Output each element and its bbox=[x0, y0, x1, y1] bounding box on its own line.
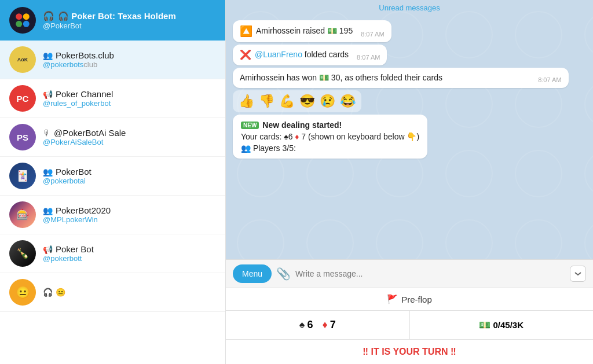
new-deal-bubble: NEW New dealing started! Your cards: ♠6 … bbox=[233, 115, 427, 159]
channel-icon: 📢 bbox=[43, 90, 53, 99]
item-info-poker-bot-2: 📢 Poker Bot @pokerbott bbox=[43, 244, 216, 263]
sidebar-item-poker-bot-2[interactable]: 🍾 📢 Poker Bot @pokerbott bbox=[0, 234, 225, 273]
user-link: @LuanFreno bbox=[255, 50, 302, 59]
item-handle-pokerbots-club: @pokerbotsclub bbox=[43, 60, 216, 69]
item-info-pokerbotai-sale: 🎙 @PokerBotAi Sale @PokerAiSaleBot bbox=[43, 128, 216, 146]
group-icon-3: 👥 bbox=[43, 206, 53, 215]
new-deal-line2: 👥 Players 3/5: bbox=[241, 144, 419, 153]
message-input[interactable] bbox=[295, 269, 565, 278]
chip-value: 0/45/3K bbox=[493, 320, 524, 330]
header-info: 🎧 🎧 Poker Bot: Texas Holdem @PokerBot bbox=[43, 10, 216, 30]
sidebar-item-last[interactable]: 😐 🎧 😐 bbox=[0, 273, 225, 312]
card-6: 6 bbox=[307, 319, 313, 331]
item-name-poker-bot-2: 📢 Poker Bot bbox=[43, 244, 216, 254]
avatar-pokerbot2020: 🎰 bbox=[9, 201, 36, 228]
keyboard-area: 🚩 Pre-flop ♠ 6 ♦ 7 💵 0/45/3K ‼ IT IS YOU… bbox=[226, 288, 593, 364]
expand-button[interactable] bbox=[570, 266, 586, 282]
fold-icon: ❌ bbox=[240, 49, 251, 60]
cards-cell-right[interactable]: 💵 0/45/3K bbox=[410, 311, 594, 339]
sidebar-item-pokerbotai-sale[interactable]: PS 🎙 @PokerBotAi Sale @PokerAiSaleBot bbox=[0, 118, 225, 157]
sidebar-item-poker-channel[interactable]: PC 📢 Poker Channel @rules_of_pokerbot bbox=[0, 79, 225, 118]
msg-text-2: @LuanFreno folded cards bbox=[255, 49, 349, 61]
svg-point-1 bbox=[16, 13, 22, 20]
preflop-row: 🚩 Pre-flop bbox=[226, 288, 593, 311]
spade-icon: ♠ bbox=[299, 319, 305, 331]
menu-button[interactable]: Menu bbox=[233, 264, 272, 283]
group-icon-2: 👥 bbox=[43, 167, 53, 177]
item-handle-poker-channel: @rules_of_pokerbot bbox=[43, 99, 216, 108]
item-info-pokerbot2020: 👥 PokerBot2020 @MPLpokerWin bbox=[43, 205, 216, 224]
chip-icon: 💵 bbox=[479, 319, 490, 330]
header-handle: @PokerBot bbox=[43, 21, 216, 30]
emoji-thumbsdown[interactable]: 👎 bbox=[259, 94, 274, 109]
item-name-pokerbot2020: 👥 PokerBot2020 bbox=[43, 205, 216, 215]
chat-content: Unread messages 🔼 Amirhossein raised 💵 1… bbox=[226, 0, 593, 364]
sidebar-list: AoK 👥 PokerBots.club @pokerbotsclub PC 📢… bbox=[0, 41, 225, 364]
emoji-cry[interactable]: 😢 bbox=[320, 94, 335, 109]
message-3: Amirhossein has won 💵 30, as others fold… bbox=[233, 68, 569, 89]
item-info-last: 🎧 😐 bbox=[43, 288, 216, 297]
svg-point-0 bbox=[12, 10, 33, 31]
card-7: 7 bbox=[330, 319, 336, 331]
preflop-label: Pre-flop bbox=[401, 295, 432, 304]
item-handle-poker-bot-2: @pokerbott bbox=[43, 254, 216, 263]
emoji-cool[interactable]: 😎 bbox=[299, 94, 315, 109]
channel-icon-2: 📢 bbox=[43, 245, 53, 254]
cards-cell-left[interactable]: ♠ 6 ♦ 7 bbox=[226, 311, 410, 339]
header-icon: 🎧 bbox=[43, 10, 54, 21]
msg-text-3: Amirhossein has won 💵 30, as others fold… bbox=[240, 72, 530, 84]
sidebar-item-pokerbots-club[interactable]: AoK 👥 PokerBots.club @pokerbotsclub bbox=[0, 41, 225, 79]
emoji-muscle[interactable]: 💪 bbox=[279, 94, 295, 109]
avatar-poker-channel: PC bbox=[9, 85, 36, 112]
diamond-icon: ♦ bbox=[322, 319, 327, 331]
svg-point-4 bbox=[23, 21, 30, 27]
headphone-icon: 🎧 bbox=[43, 288, 53, 297]
emoji-reactions: 👍 👎 💪 😎 😢 😂 bbox=[233, 90, 361, 112]
your-turn-row: ‼ IT IS YOUR TURN ‼ bbox=[226, 340, 593, 364]
your-turn-label: ‼ IT IS YOUR TURN ‼ bbox=[363, 347, 456, 356]
item-info-pokerbots-club: 👥 PokerBots.club @pokerbotsclub bbox=[43, 50, 216, 69]
sidebar-item-pokerbot[interactable]: 🃏 👥 PokerBot @pokerbotai bbox=[0, 157, 225, 196]
svg-point-2 bbox=[23, 13, 30, 20]
item-info-pokerbot: 👥 PokerBot @pokerbotai bbox=[43, 167, 216, 185]
flag-icon: 🚩 bbox=[387, 294, 398, 304]
item-name-poker-channel: 📢 Poker Channel bbox=[43, 89, 216, 99]
item-name-pokerbotai-sale: 🎙 @PokerBotAi Sale bbox=[43, 128, 216, 138]
item-handle-pokerbot2020: @MPLpokerWin bbox=[43, 215, 216, 224]
item-handle-pokerbotai-sale: @PokerAiSaleBot bbox=[43, 138, 216, 146]
avatar-pokerbot: 🃏 bbox=[9, 163, 36, 189]
header-title: 🎧 🎧 Poker Bot: Texas Holdem bbox=[43, 10, 216, 21]
attach-button[interactable]: 📎 bbox=[276, 267, 291, 281]
bot-icon: 🎙 bbox=[43, 128, 51, 138]
unread-banner: Unread messages bbox=[226, 0, 593, 16]
msg-time-1: 8:07 AM bbox=[356, 31, 384, 38]
raise-icon: 🔼 bbox=[240, 25, 252, 38]
new-badge: NEW bbox=[241, 122, 259, 129]
sidebar: 🎧 🎧 Poker Bot: Texas Holdem @PokerBot Ao… bbox=[0, 0, 226, 364]
sidebar-header: 🎧 🎧 Poker Bot: Texas Holdem @PokerBot bbox=[0, 0, 225, 41]
svg-point-3 bbox=[16, 21, 22, 27]
cards-row: ♠ 6 ♦ 7 💵 0/45/3K bbox=[226, 311, 593, 340]
msg-time-2: 8:07 AM bbox=[352, 54, 380, 61]
new-deal-header: NEW New dealing started! bbox=[241, 120, 419, 130]
avatar-pokerbots-club: AoK bbox=[9, 46, 36, 73]
emoji-laugh[interactable]: 😂 bbox=[340, 94, 356, 109]
msg-time-3: 8:07 AM bbox=[533, 76, 561, 83]
item-name-pokerbots-club: 👥 PokerBots.club bbox=[43, 50, 216, 60]
chat-input-area: Menu 📎 bbox=[226, 259, 593, 288]
message-1: 🔼 Amirhossein raised 💵 195 8:07 AM bbox=[233, 20, 391, 42]
avatar-last: 😐 bbox=[9, 279, 36, 306]
sidebar-item-pokerbot2020[interactable]: 🎰 👥 PokerBot2020 @MPLpokerWin bbox=[0, 196, 225, 234]
message-2: ❌ @LuanFreno folded cards 8:07 AM bbox=[233, 45, 387, 65]
emoji-thumbsup[interactable]: 👍 bbox=[239, 94, 254, 109]
item-name-last: 🎧 😐 bbox=[43, 288, 216, 297]
avatar-poker-bot-2: 🍾 bbox=[9, 240, 36, 267]
chat-panel: Unread messages 🔼 Amirhossein raised 💵 1… bbox=[226, 0, 593, 364]
item-info-poker-channel: 📢 Poker Channel @rules_of_pokerbot bbox=[43, 89, 216, 108]
new-deal-title: New dealing started! bbox=[262, 120, 342, 130]
header-avatar bbox=[9, 7, 36, 34]
item-handle-pokerbot: @pokerbotai bbox=[43, 177, 216, 185]
msg-text-1: Amirhossein raised 💵 195 bbox=[256, 25, 353, 37]
item-name-pokerbot: 👥 PokerBot bbox=[43, 167, 216, 177]
messages-area: 🔼 Amirhossein raised 💵 195 8:07 AM ❌ @Lu… bbox=[226, 16, 593, 259]
